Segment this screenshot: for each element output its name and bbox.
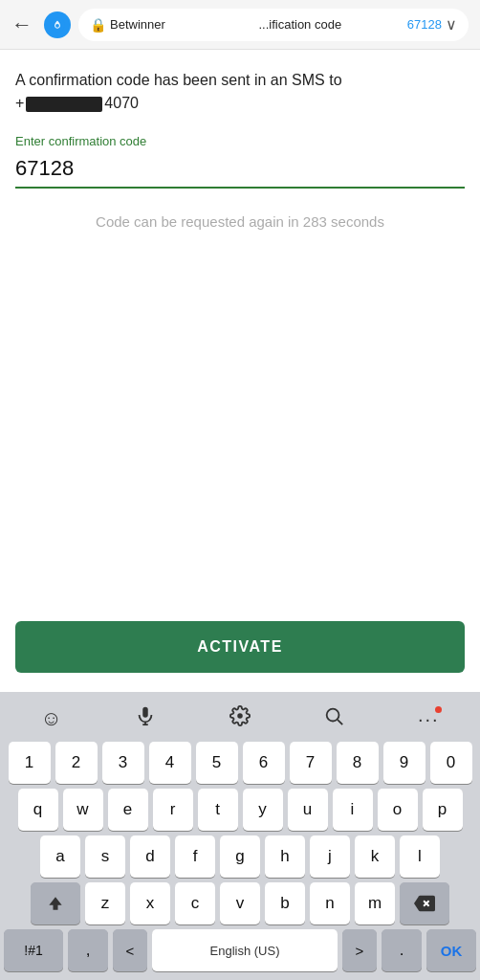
key-s[interactable]: s xyxy=(85,835,125,878)
key-n[interactable]: n xyxy=(310,882,350,924)
backspace-key[interactable] xyxy=(400,882,449,924)
keyboard: ☺ ··· 1 2 3 4 5 6 xyxy=(0,692,480,980)
input-label: Enter confirmation code xyxy=(15,134,465,148)
url-text: ...ification code xyxy=(258,17,403,32)
key-1[interactable]: 1 xyxy=(9,742,51,784)
comma-key[interactable]: , xyxy=(68,929,108,971)
key-z[interactable]: z xyxy=(85,882,125,924)
search-button[interactable] xyxy=(323,705,344,732)
row-qwerty: q w e r t y u i o p xyxy=(4,789,476,831)
resend-notice: Code can be requested again in 283 secon… xyxy=(15,213,465,230)
key-2[interactable]: 2 xyxy=(55,742,98,784)
key-5[interactable]: 5 xyxy=(196,742,238,784)
row-asdf: a s d f g h j k l xyxy=(4,835,476,878)
address-bar: ← 🔒 Betwinner ...ification code 67128 ∨ xyxy=(0,0,480,50)
key-x[interactable]: x xyxy=(130,882,170,924)
app-name: Betwinner xyxy=(110,17,254,32)
key-i[interactable]: i xyxy=(333,789,373,831)
url-bar[interactable]: 🔒 Betwinner ...ification code 67128 ∨ xyxy=(78,9,469,41)
shift-key[interactable] xyxy=(31,882,80,924)
key-o[interactable]: o xyxy=(378,789,418,831)
number-row: 1 2 3 4 5 6 7 8 9 0 xyxy=(4,742,476,784)
key-v[interactable]: v xyxy=(220,882,260,924)
key-y[interactable]: y xyxy=(243,789,283,831)
key-8[interactable]: 8 xyxy=(337,742,379,784)
browser-icon xyxy=(44,11,71,38)
bottom-row: !#1 , < English (US) > . OK xyxy=(4,929,476,971)
key-q[interactable]: q xyxy=(18,789,58,831)
svg-point-1 xyxy=(55,23,59,27)
key-c[interactable]: c xyxy=(175,882,215,924)
key-h[interactable]: h xyxy=(265,835,305,878)
key-6[interactable]: 6 xyxy=(243,742,285,784)
key-k[interactable]: k xyxy=(355,835,395,878)
activate-button[interactable]: ACTIVATE xyxy=(15,621,465,673)
settings-button[interactable] xyxy=(229,705,251,732)
key-0[interactable]: 0 xyxy=(430,742,472,784)
key-7[interactable]: 7 xyxy=(290,742,332,784)
key-3[interactable]: 3 xyxy=(102,742,144,784)
svg-line-7 xyxy=(338,720,343,724)
sms-notice: A confirmation code has been sent in an … xyxy=(15,69,465,115)
lang-right-key[interactable]: > xyxy=(342,929,377,971)
row-zxcv: z x c v b n m xyxy=(4,882,476,924)
key-4[interactable]: 4 xyxy=(149,742,191,784)
confirmation-code-group: Enter confirmation code xyxy=(15,134,465,189)
key-r[interactable]: r xyxy=(153,789,193,831)
more-button[interactable]: ··· xyxy=(418,708,440,730)
period-key[interactable]: . xyxy=(382,929,422,971)
lang-left-key[interactable]: < xyxy=(113,929,147,971)
chevron-down-icon: ∨ xyxy=(446,15,457,33)
key-d[interactable]: d xyxy=(130,835,170,878)
key-l[interactable]: l xyxy=(400,835,440,878)
phone-mask xyxy=(26,97,102,112)
key-f[interactable]: f xyxy=(175,835,215,878)
key-u[interactable]: u xyxy=(288,789,328,831)
emoji-button[interactable]: ☺ xyxy=(40,706,61,731)
key-a[interactable]: a xyxy=(40,835,80,878)
key-b[interactable]: b xyxy=(265,882,305,924)
main-content: A confirmation code has been sent in an … xyxy=(0,50,480,692)
phone-prefix: + xyxy=(15,95,24,111)
space-key[interactable]: English (US) xyxy=(152,929,338,971)
keyboard-toolbar: ☺ ··· xyxy=(4,700,476,742)
confirmation-code-input[interactable] xyxy=(15,152,465,189)
back-button[interactable]: ← xyxy=(11,12,33,37)
num-switch-key[interactable]: !#1 xyxy=(4,929,63,971)
key-g[interactable]: g xyxy=(220,835,260,878)
key-9[interactable]: 9 xyxy=(383,742,425,784)
key-p[interactable]: p xyxy=(423,789,463,831)
svg-point-6 xyxy=(327,709,339,722)
svg-rect-2 xyxy=(143,707,149,718)
key-t[interactable]: t xyxy=(198,789,238,831)
mic-button[interactable] xyxy=(135,705,156,732)
ok-key[interactable]: OK xyxy=(426,929,476,971)
key-j[interactable]: j xyxy=(310,835,350,878)
key-e[interactable]: e xyxy=(108,789,148,831)
key-m[interactable]: m xyxy=(355,882,395,924)
url-badge: 67128 xyxy=(407,17,442,32)
svg-point-5 xyxy=(237,713,243,719)
lock-icon: 🔒 xyxy=(90,17,106,33)
phone-suffix: 4070 xyxy=(104,95,139,111)
key-w[interactable]: w xyxy=(63,789,103,831)
